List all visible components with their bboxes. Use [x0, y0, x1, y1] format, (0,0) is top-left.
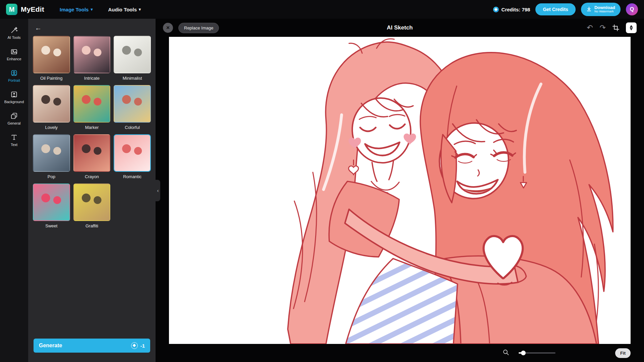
style-cell-colorful: Colorful	[114, 85, 151, 134]
zoom-slider[interactable]	[519, 352, 555, 354]
editor-toolbar: ↶ ↷	[587, 22, 637, 33]
download-button[interactable]: Download No Watermark	[581, 3, 621, 16]
editor-main: × Replace Image AI Sketch ↶ ↷	[156, 19, 644, 362]
style-label: Pop	[48, 174, 55, 179]
style-cell-marker: Marker	[73, 85, 111, 134]
style-thumb-romantic[interactable]	[114, 134, 151, 172]
style-label: Crayon	[85, 174, 99, 179]
style-cell-intricate: Intricate	[73, 36, 111, 85]
panel-collapse-handle[interactable]: ‹	[156, 180, 160, 201]
sidebar-item-label: Enhance	[7, 57, 21, 61]
myedit-app: M MyEdit Image Tools ▾ Audio Tools ▾ Cre…	[0, 0, 644, 362]
download-label: Download	[594, 5, 615, 10]
sparkle-credit-icon	[131, 342, 138, 349]
style-thumb-minimalist[interactable]	[114, 36, 151, 73]
style-thumb-pop[interactable]	[33, 134, 70, 172]
myedit-logo-icon[interactable]: M	[6, 4, 17, 15]
sidebar-item-label: Text	[11, 143, 17, 147]
brand-title: MyEdit	[21, 5, 44, 13]
sidebar-item-label: Background	[4, 100, 24, 104]
undo-icon[interactable]: ↶	[587, 24, 593, 31]
nav-image-tools[interactable]: Image Tools ▾	[60, 7, 93, 12]
image-canvas[interactable]	[169, 37, 631, 344]
download-sublabel: No Watermark	[594, 10, 614, 13]
get-credits-button[interactable]: Get Credits	[535, 3, 575, 15]
sketch-pen-icon[interactable]	[626, 22, 637, 33]
zoom-controls: Fit	[503, 348, 631, 358]
download-icon	[586, 6, 592, 13]
sidebar-item-background[interactable]: Background	[0, 87, 28, 107]
style-thumb-crayon[interactable]	[73, 134, 111, 172]
crop-icon[interactable]	[612, 24, 619, 31]
style-label: Intricate	[84, 76, 100, 81]
style-label: Marker	[85, 125, 99, 130]
sidebar-item-ai-tools[interactable]: AI Tools	[0, 23, 28, 43]
credits-label: Credits: 798	[502, 7, 530, 12]
sidebar-item-portrait[interactable]: Portrait	[0, 66, 28, 86]
general-icon	[10, 112, 18, 120]
style-thumb-graffiti[interactable]	[73, 184, 111, 221]
sidebar-item-label: Portrait	[8, 78, 20, 82]
style-label: Colorful	[125, 125, 140, 130]
user-avatar[interactable]: Q	[626, 3, 638, 15]
chevron-down-icon: ▾	[91, 7, 93, 12]
generate-label: Generate	[39, 343, 131, 349]
style-thumb-marker[interactable]	[73, 85, 111, 123]
close-icon[interactable]: ×	[163, 23, 173, 33]
styles-grid: Oil Painting Intricate Minimalist Lovely…	[28, 35, 156, 233]
canvas-bottom-bar: Fit	[156, 344, 644, 362]
back-button[interactable]: ←	[28, 19, 45, 35]
style-cell-lovely: Lovely	[33, 85, 70, 134]
sidebar-item-label: AI Tools	[8, 35, 21, 40]
nav-audio-tools-label: Audio Tools	[108, 7, 137, 12]
text-icon	[10, 134, 18, 141]
nav-image-tools-label: Image Tools	[60, 7, 89, 12]
chevron-down-icon: ▾	[139, 7, 141, 12]
editor-header: × Replace Image AI Sketch ↶ ↷	[156, 19, 644, 37]
style-cell-crayon: Crayon	[73, 134, 111, 184]
redo-icon[interactable]: ↷	[600, 24, 606, 31]
style-label: Graffiti	[85, 223, 98, 228]
credits-indicator[interactable]: Credits: 798	[493, 7, 530, 12]
sidebar-item-general[interactable]: General	[0, 108, 28, 129]
style-label: Oil Painting	[40, 76, 62, 81]
style-thumb-lovely[interactable]	[33, 85, 70, 123]
enhance-image-icon	[10, 48, 18, 55]
style-cell-graffiti: Graffiti	[73, 184, 111, 233]
style-label: Minimalist	[123, 76, 142, 81]
content-area: AI Tools Enhance Portrait Background Gen…	[0, 19, 644, 362]
fit-button[interactable]: Fit	[615, 348, 631, 358]
style-cell-minimalist: Minimalist	[114, 36, 151, 85]
style-label: Sweet	[45, 223, 57, 228]
topbar-right-cluster: Credits: 798 Get Credits Download No Wat…	[493, 3, 638, 16]
style-cell-romantic: Romantic	[114, 134, 151, 184]
style-cell-pop: Pop	[33, 134, 70, 184]
sidebar-item-text[interactable]: Text	[0, 130, 28, 150]
nav-audio-tools[interactable]: Audio Tools ▾	[108, 7, 141, 12]
credits-coin-icon	[493, 7, 499, 12]
style-thumb-intricate[interactable]	[73, 36, 111, 73]
styles-panel: ← Oil Painting Intricate Minimalist Love…	[28, 19, 156, 362]
portrait-icon	[10, 69, 18, 77]
style-thumb-oil-painting[interactable]	[33, 36, 70, 73]
download-text: Download No Watermark	[594, 5, 615, 13]
style-label: Lovely	[45, 125, 58, 130]
style-label: Romantic	[123, 174, 141, 179]
sidebar-item-enhance[interactable]: Enhance	[0, 44, 28, 65]
magnifier-icon[interactable]	[503, 349, 509, 357]
editor-title: AI Sketch	[387, 24, 413, 31]
style-thumb-colorful[interactable]	[114, 85, 151, 123]
generate-cost: -1	[140, 343, 145, 349]
generate-button[interactable]: Generate -1	[34, 339, 150, 353]
style-cell-sweet: Sweet	[33, 184, 70, 233]
replace-image-button[interactable]: Replace Image	[178, 23, 219, 33]
sidebar-item-label: General	[7, 121, 20, 125]
tool-rail: AI Tools Enhance Portrait Background Gen…	[0, 19, 28, 362]
style-cell-oil-painting: Oil Painting	[33, 36, 70, 85]
ai-sketch-artwork	[169, 37, 631, 344]
zoom-slider-knob[interactable]	[521, 351, 526, 355]
magic-wand-icon	[10, 26, 18, 34]
background-icon	[10, 91, 18, 98]
style-thumb-sweet[interactable]	[33, 184, 70, 221]
top-bar: M MyEdit Image Tools ▾ Audio Tools ▾ Cre…	[0, 0, 644, 19]
